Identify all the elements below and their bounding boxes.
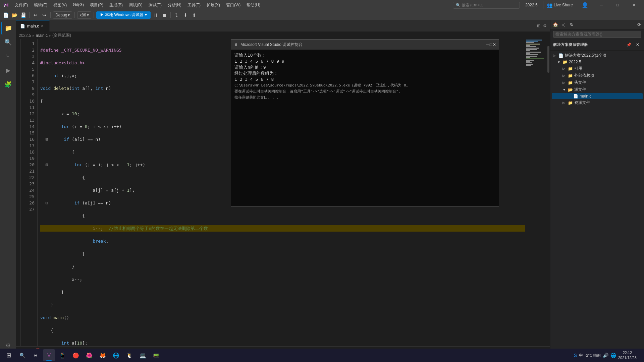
live-share-button[interactable]: 👥 Live Share bbox=[543, 1, 576, 9]
editor-tab-main[interactable]: 📄 main.c ✕ bbox=[16, 20, 50, 32]
taskbar-chrome[interactable]: 🌐 bbox=[110, 349, 122, 361]
task-view-button[interactable]: ⊟ bbox=[30, 349, 42, 361]
tab-settings-btn[interactable]: ⚙ bbox=[542, 23, 547, 29]
panel-pin-btn[interactable]: 📌 bbox=[625, 41, 633, 48]
step-over-btn[interactable]: ⤵ bbox=[173, 11, 180, 19]
step-out-btn[interactable]: ⬆ bbox=[191, 11, 198, 19]
taskbar-wechat-app[interactable]: 📱 bbox=[56, 349, 68, 361]
solution-tree: ▷ 📄 解决方案'2022.5'(1个项 ▼ 📁 2022.5 ▷ 📁 引用 ▷… bbox=[550, 51, 644, 354]
menu-debug[interactable]: 调试(D) bbox=[126, 1, 145, 9]
show-desktop-btn[interactable] bbox=[639, 349, 641, 361]
redo-btn[interactable]: ↪ bbox=[41, 11, 48, 19]
maximize-button[interactable]: □ bbox=[610, 0, 625, 10]
stop-btn[interactable]: ⏹ bbox=[161, 11, 168, 19]
menu-build[interactable]: 生成(B) bbox=[107, 1, 125, 9]
pause-btn[interactable]: ⏸ bbox=[152, 11, 159, 19]
tree-item-main-c[interactable]: 📄 main.c bbox=[552, 93, 643, 99]
editor-area: 📄 main.c ✕ ⊞ ⚙ 2022.5 ▸ main.c ▸ (全局范围) bbox=[16, 20, 550, 354]
config-dropdown[interactable]: Debug ▾ bbox=[53, 11, 72, 19]
code-editor[interactable]: 12345 678910 1112131415 1617181920 21222… bbox=[16, 39, 550, 346]
tree-item-sources[interactable]: ▼ 📂 源文件 bbox=[552, 86, 643, 93]
taskbar-right: S 中 -2°C 晴朗 🔊 🌐 22:12 2021/12/28 bbox=[574, 349, 641, 361]
taskbar-terminal[interactable]: 📟 bbox=[150, 349, 162, 361]
vs-logo: V bbox=[3, 2, 9, 8]
menu-tools[interactable]: 工具(T) bbox=[185, 1, 203, 9]
taskbar-qq[interactable]: 🐧 bbox=[123, 349, 136, 361]
step-into-btn[interactable]: ⬇ bbox=[182, 11, 189, 19]
explorer-icon[interactable]: 📁 bbox=[1, 21, 15, 35]
breadcrumb-file[interactable]: main.c bbox=[36, 33, 48, 38]
breadcrumb: 2022.5 ▸ main.c ▸ (全局范围) bbox=[16, 32, 550, 39]
search-input-right[interactable] bbox=[553, 31, 641, 38]
tree-item-project[interactable]: ▼ 📁 2022.5 bbox=[552, 59, 643, 65]
taskbar-red-app[interactable]: 🔴 bbox=[70, 349, 82, 361]
tree-item-solution[interactable]: ▷ 📄 解决方案'2022.5'(1个项 bbox=[552, 52, 643, 59]
run-button[interactable]: ▶ 本地 Windows 调试器 ▾ bbox=[96, 11, 151, 19]
new-file-btn[interactable]: 📄 bbox=[2, 11, 9, 19]
extensions-icon[interactable]: 🧩 bbox=[1, 78, 15, 91]
tab-close-btn[interactable]: ✕ bbox=[41, 24, 44, 28]
sep4 bbox=[94, 12, 94, 18]
menu-help[interactable]: 帮助(H) bbox=[244, 1, 263, 9]
sep1 bbox=[29, 12, 30, 18]
taskbar-clock[interactable]: 22:12 2021/12/28 bbox=[618, 350, 637, 361]
tab-actions: ⊞ ⚙ bbox=[534, 20, 550, 32]
activity-bar: 📁 🔍 ⑂ ▶ 🧩 ⚙ bbox=[0, 20, 16, 354]
tree-item-headers[interactable]: ▷ 📁 头文件 bbox=[552, 79, 643, 86]
tree-item-refs[interactable]: ▷ 📁 引用 bbox=[552, 65, 643, 72]
year-badge: 2022.5 bbox=[523, 3, 540, 7]
user-icon[interactable]: 👤 bbox=[579, 2, 591, 8]
start-button[interactable]: ⊞ bbox=[3, 349, 15, 361]
rt-sync-btn[interactable]: ⟳ bbox=[635, 21, 643, 28]
undo-btn[interactable]: ↩ bbox=[32, 11, 39, 19]
menu-edit[interactable]: 编辑(E) bbox=[31, 1, 50, 9]
taskbar-firefox[interactable]: 🦊 bbox=[97, 349, 109, 361]
menu-git[interactable]: Git(G) bbox=[70, 1, 87, 9]
console-titlebar: 🖥 Microsoft Visual Studio 调试控制台 ─ □ ✕ bbox=[231, 40, 499, 50]
menu-project[interactable]: 项目(P) bbox=[87, 1, 106, 9]
console-line-8: 按任意键关闭此窗口. . . bbox=[234, 95, 495, 101]
git-icon[interactable]: ⑂ bbox=[1, 50, 15, 63]
tab-split-btn[interactable]: ⊞ bbox=[536, 23, 541, 29]
network-icon[interactable]: 🌐 bbox=[610, 353, 616, 358]
taskbar-app3[interactable]: 🌺 bbox=[83, 349, 95, 361]
tree-item-extdeps[interactable]: ▷ 📁 外部依赖项 bbox=[552, 72, 643, 79]
taskbar-ime-status[interactable]: 中 bbox=[579, 353, 583, 358]
title-search[interactable]: 🔍 搜索 (Ctrl+Q) bbox=[453, 2, 520, 9]
menu-analyze[interactable]: 分析(N) bbox=[165, 1, 184, 9]
rt-refresh-btn[interactable]: ↻ bbox=[568, 21, 575, 28]
search-icon[interactable]: 🔍 bbox=[1, 36, 15, 49]
live-share-icon: 👥 bbox=[547, 2, 552, 8]
console-close[interactable]: ✕ bbox=[493, 42, 496, 47]
console-minimize[interactable]: ─ bbox=[486, 42, 489, 47]
open-btn[interactable]: 📂 bbox=[11, 11, 18, 19]
breadcrumb-project[interactable]: 2022.5 bbox=[19, 33, 31, 38]
platform-dropdown[interactable]: x86 ▾ bbox=[77, 11, 91, 19]
taskbar-vs-app[interactable]: V bbox=[43, 349, 55, 361]
rt-back-btn[interactable]: ◁ bbox=[560, 21, 567, 28]
solution-explorer-search[interactable] bbox=[550, 29, 644, 39]
console-maximize[interactable]: □ bbox=[490, 42, 492, 47]
run-icon[interactable]: ▶ bbox=[1, 64, 15, 77]
minimize-button[interactable]: ─ bbox=[594, 0, 609, 10]
menu-file[interactable]: 文件(F) bbox=[12, 1, 31, 9]
volume-icon[interactable]: 🔊 bbox=[603, 353, 608, 358]
save-btn[interactable]: 💾 bbox=[19, 11, 27, 19]
breadcrumb-scope[interactable]: (全局范围) bbox=[52, 33, 71, 38]
search-button[interactable]: 🔍 bbox=[16, 349, 28, 361]
console-line-3: 请输入n的值：9 bbox=[234, 64, 495, 70]
editor-scrollbar[interactable] bbox=[545, 39, 550, 346]
taskbar-app4[interactable]: 💻 bbox=[137, 349, 149, 361]
tree-item-resources[interactable]: ▷ 📁 资源文件 bbox=[552, 99, 643, 106]
menu-window[interactable]: 窗口(W) bbox=[223, 1, 243, 9]
taskbar-sougou-icon[interactable]: S bbox=[574, 353, 577, 358]
panel-close-btn[interactable]: ✕ bbox=[634, 41, 641, 48]
menu-test[interactable]: 测试(T) bbox=[146, 1, 164, 9]
menu-view[interactable]: 视图(V) bbox=[51, 1, 69, 9]
menu-extensions[interactable]: 扩展(X) bbox=[204, 1, 223, 9]
rt-home-btn[interactable]: 🏠 bbox=[552, 21, 559, 28]
scroll-thumb[interactable] bbox=[547, 46, 549, 73]
close-button[interactable]: ✕ bbox=[626, 0, 641, 10]
left-gutter bbox=[16, 39, 21, 346]
svg-text:V: V bbox=[4, 3, 6, 7]
